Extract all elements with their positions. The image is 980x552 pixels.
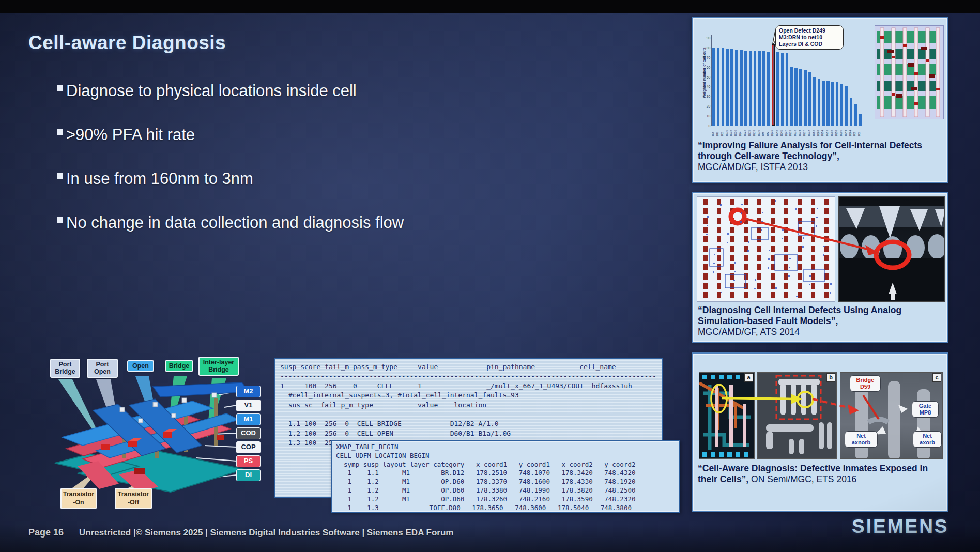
chart-x-tick: D206 bbox=[840, 127, 843, 136]
noise-dot bbox=[830, 292, 831, 294]
xmap-line: CELL_UDFM_LOCATION_BEGIN bbox=[336, 452, 677, 461]
bar-highlighted bbox=[772, 44, 775, 126]
chart-x-tick: D245 bbox=[780, 127, 783, 136]
noise-dot bbox=[823, 246, 825, 247]
bar bbox=[831, 82, 834, 126]
bar bbox=[786, 53, 789, 126]
citation-ats2014: “Diagnosing Cell Internal Defects Using … bbox=[698, 305, 943, 338]
chart-x-tick: D213 bbox=[753, 127, 756, 136]
chart-x-tick: D42 bbox=[767, 127, 769, 136]
noise-dot bbox=[802, 246, 804, 248]
terminal-line: ----------------------------------------… bbox=[280, 410, 660, 419]
chart-y-tick: 60 bbox=[698, 66, 710, 69]
chart-annotation: Open Defect D249 M3:DRN to net10 Layers … bbox=[775, 25, 844, 50]
noise-dot bbox=[707, 225, 708, 226]
m2-bar bbox=[153, 382, 249, 397]
defect-label-bridge: Bridge bbox=[165, 360, 193, 372]
noise-dot bbox=[803, 237, 804, 239]
cell-diagram: Port BridgePort OpenOpenBridgeInter-laye… bbox=[0, 0, 289, 552]
page-number: Page 16 bbox=[28, 527, 64, 538]
noise-dot bbox=[747, 250, 749, 252]
footer: Page 16 Unrestricted |© Siemens 2025 | S… bbox=[28, 527, 453, 538]
bar bbox=[790, 67, 793, 126]
siemens-logo: SIEMENS bbox=[852, 516, 949, 538]
bar bbox=[850, 98, 853, 126]
layout-strips-art bbox=[697, 197, 835, 302]
chart-x-tick: D168 bbox=[817, 127, 820, 136]
layer-label-m2: M2 bbox=[236, 386, 261, 397]
noise-dot bbox=[727, 233, 729, 235]
noise-dot bbox=[816, 217, 818, 218]
chart-x-tick: D48 bbox=[762, 127, 764, 136]
bar bbox=[840, 84, 844, 126]
bar bbox=[717, 48, 720, 126]
cell-layout-inset bbox=[875, 25, 944, 119]
chart-x-tick: D249 bbox=[771, 127, 774, 136]
noise-dot bbox=[713, 263, 715, 264]
bar bbox=[794, 68, 798, 126]
noise-dot bbox=[782, 238, 783, 239]
defect-label-open: Open bbox=[127, 360, 154, 372]
xmap-lines: XMAP_TABLE_BEGINCELL_UDFM_LOCATION_BEGIN… bbox=[336, 443, 677, 512]
bar bbox=[767, 52, 770, 126]
noise-dot bbox=[795, 208, 797, 210]
layer-label-ps: PS bbox=[236, 455, 261, 467]
chart-y-tick: 70 bbox=[698, 56, 710, 59]
xmap-line: 1 1.2 M1 OP.D60 178.3380 748.1990 178.38… bbox=[336, 486, 677, 495]
bar bbox=[722, 48, 725, 126]
noise-dot bbox=[755, 279, 756, 281]
annotation-line: M3:DRN to net10 bbox=[779, 34, 840, 41]
layout-image bbox=[697, 196, 835, 302]
citation-title: “Improving Failure Analysis for Cell-int… bbox=[698, 140, 922, 161]
terminal-line: susp score fail_m pass_m type value pin_… bbox=[280, 362, 660, 372]
chart-x-tick: D164 bbox=[849, 127, 852, 136]
layer-label-cop: COP bbox=[236, 441, 261, 453]
chart-x-tick: D244 bbox=[845, 127, 847, 136]
chart-x-tick: D232 bbox=[808, 127, 810, 136]
defect-label-port-bridge: Port Bridge bbox=[50, 359, 80, 378]
chart-x-tick: D236 bbox=[734, 127, 737, 136]
chart-y-tick: 80 bbox=[698, 46, 710, 50]
chart-x-tick: D248 bbox=[776, 127, 778, 136]
chart-x-tick: D68 bbox=[853, 127, 856, 136]
noise-dot bbox=[761, 221, 763, 222]
noise-dot bbox=[775, 200, 776, 202]
net-axorb-callout: Net axorb bbox=[913, 431, 942, 448]
bar bbox=[781, 53, 784, 126]
terminal-line: 1 100 256 0 CELL 1 _/mult_x_667_1_U493/C… bbox=[280, 381, 660, 391]
xmap-line: 1 1.3 TOFF.D80 178.3650 748.3600 178.504… bbox=[336, 504, 677, 513]
xmap-line: 1 1.2 M1 OP.D60 178.3260 748.2160 178.35… bbox=[336, 495, 677, 504]
xmap-line: 1 1.1 M1 BR.D12 178.2510 748.1070 178.34… bbox=[336, 469, 677, 478]
noise-dot bbox=[748, 241, 749, 243]
bar bbox=[804, 70, 807, 126]
footer-text: Unrestricted |© Siemens 2025 | Siemens D… bbox=[79, 528, 453, 538]
sem-image-b bbox=[757, 372, 837, 459]
layer-label-v1: V1 bbox=[236, 400, 261, 411]
chart-x-tick: D253 bbox=[826, 127, 829, 136]
bar bbox=[754, 51, 757, 126]
noise-dot bbox=[741, 204, 743, 205]
noise-dot bbox=[782, 229, 784, 231]
chart-y-tick: 10 bbox=[698, 114, 710, 118]
bar bbox=[845, 86, 848, 126]
bar bbox=[799, 69, 802, 126]
bar bbox=[740, 50, 743, 126]
annotation-line: Open Defect D249 bbox=[779, 27, 840, 34]
sub-image-letter-b: b bbox=[826, 373, 835, 382]
sem-b-art bbox=[758, 373, 837, 459]
defect-label-port-open: Port Open bbox=[87, 359, 118, 378]
terminal-line: 1.2 100 256 0 CELL_OPEN - D60/B1_B1a/1.0… bbox=[280, 429, 660, 438]
bar bbox=[813, 77, 816, 126]
chart-x-axis bbox=[711, 126, 864, 126]
noise-dot bbox=[769, 250, 770, 251]
bar bbox=[762, 51, 765, 126]
noise-dot bbox=[713, 271, 714, 273]
noise-dot bbox=[707, 216, 709, 218]
noise-dot bbox=[762, 212, 763, 213]
xmap-line: XMAP_TABLE_BEGIN bbox=[336, 443, 677, 452]
chart-y-tick: 40 bbox=[698, 85, 710, 88]
noise-dot bbox=[761, 229, 762, 231]
defect-circle-marker bbox=[731, 210, 744, 223]
noise-dot bbox=[809, 275, 811, 277]
noise-dot bbox=[733, 280, 735, 281]
